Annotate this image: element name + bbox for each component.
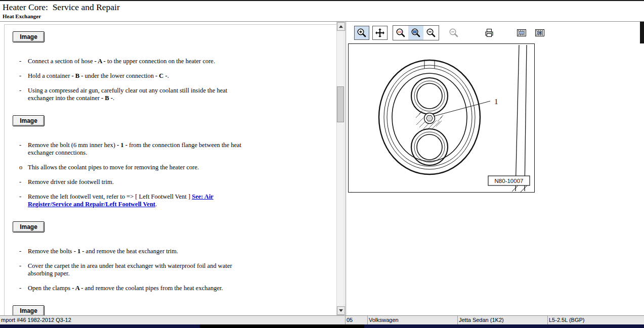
instruction-item: oThis allows the coolant pipes to move f… bbox=[13, 164, 336, 171]
instruction-text: Remove driver side footwell trim. bbox=[28, 178, 250, 186]
document-content: Image-Connect a section of hose - A - to… bbox=[0, 22, 336, 315]
instruction-text: Cover the carpet the in area under heat … bbox=[28, 262, 250, 277]
scroll-down-arrow-icon bbox=[339, 309, 343, 312]
printer-icon bbox=[484, 27, 495, 38]
instruction-item: -Open the clamps - A - and remove the co… bbox=[13, 285, 336, 292]
bullet-marker: - bbox=[19, 142, 28, 157]
bullet-marker: o bbox=[19, 164, 28, 171]
pane-divider bbox=[346, 22, 346, 315]
emphasis-text: - A - bbox=[72, 285, 83, 292]
emphasis-text: - 1 - bbox=[74, 248, 84, 255]
text-segment: . bbox=[113, 95, 114, 102]
zoom-in-button[interactable] bbox=[354, 26, 369, 40]
bullet-marker: - bbox=[19, 262, 28, 277]
instruction-item: -Remove the bolts - 1 - and remove the h… bbox=[13, 248, 336, 255]
figure-container[interactable]: 1 N80-10007 bbox=[348, 43, 535, 193]
text-segment: Open the clamps bbox=[28, 285, 72, 292]
page-title: Heater Core: Service and Repair bbox=[3, 2, 120, 13]
image-button[interactable]: Image bbox=[13, 305, 45, 315]
scrollbar-thumb[interactable] bbox=[337, 86, 344, 122]
text-segment: Remove driver side footwell trim. bbox=[28, 178, 114, 185]
instruction-item: -Remove driver side footwell trim. bbox=[13, 178, 336, 186]
zoom-out-icon bbox=[425, 27, 437, 38]
text-segment: Remove the left footwell vent, refer to … bbox=[28, 193, 192, 200]
page-header: Heater Core: Service and Repair Heat Exc… bbox=[0, 1, 644, 22]
emphasis-text: - B - bbox=[101, 95, 113, 102]
zoom-100-icon: 100 bbox=[395, 27, 406, 38]
document-section: Image-Remove the bolts - 1 - and remove … bbox=[13, 221, 336, 292]
bullet-marker: - bbox=[19, 87, 28, 102]
previous-image-button[interactable] bbox=[514, 26, 529, 40]
print-image-button[interactable] bbox=[482, 26, 497, 40]
instruction-item: -Cover the carpet the in area under heat… bbox=[13, 262, 336, 277]
emphasis-text: - B - bbox=[71, 72, 83, 79]
instruction-text: Remove the left footwell vent, refer to … bbox=[28, 193, 250, 208]
text-segment: Hold a container bbox=[28, 72, 71, 79]
status-bar: mport #46 1982-2012 Q3-12 05 Volkswagen … bbox=[0, 315, 644, 324]
next-image-button[interactable] bbox=[532, 26, 547, 40]
document-pane: Image-Connect a section of hose - A - to… bbox=[0, 22, 336, 315]
document-section: Image-Connect a section of hose - A - to… bbox=[13, 31, 336, 102]
status-make: Volkswagen bbox=[368, 316, 458, 324]
svg-text:100: 100 bbox=[397, 30, 402, 33]
instruction-text: Connect a section of hose - A - to the u… bbox=[28, 58, 250, 65]
text-segment: under the lower connection bbox=[83, 72, 155, 79]
zoom-out-button[interactable] bbox=[423, 26, 439, 40]
emphasis-text: - C - bbox=[155, 72, 167, 79]
image-toolbar: 100 bbox=[348, 22, 644, 43]
previous-image-icon bbox=[516, 27, 527, 38]
text-segment: and remove the heat exchanger trim. bbox=[84, 248, 178, 255]
document-scrollbar[interactable] bbox=[336, 22, 345, 315]
zoom-previous-icon bbox=[448, 27, 459, 38]
status-code: 05 bbox=[346, 316, 368, 324]
status-engine: L5-2.5L (BGP) bbox=[548, 316, 644, 324]
pan-icon bbox=[374, 27, 385, 38]
image-button[interactable]: Image bbox=[13, 31, 45, 42]
next-image-icon bbox=[534, 27, 545, 38]
zoom-previous-button[interactable] bbox=[446, 26, 461, 40]
image-button[interactable]: Image bbox=[13, 221, 45, 232]
instruction-text: Using a compressed air gun, carefully cl… bbox=[28, 87, 250, 102]
page-subtitle: Heat Exchanger bbox=[3, 13, 41, 19]
text-segment: This allows the coolant pipes to move fo… bbox=[28, 164, 199, 171]
bullet-marker: - bbox=[19, 285, 28, 292]
instruction-text: Remove the bolts - 1 - and remove the he… bbox=[28, 248, 250, 255]
zoom-mode-group: 100 bbox=[393, 25, 439, 40]
scroll-up-button[interactable] bbox=[337, 22, 345, 31]
scroll-down-button[interactable] bbox=[337, 306, 345, 315]
text-segment: Connect a section of hose bbox=[28, 58, 95, 65]
instruction-text: This allows the coolant pipes to move fo… bbox=[28, 164, 250, 171]
document-section: Image bbox=[13, 305, 336, 315]
zoom-100-button[interactable]: 100 bbox=[393, 26, 408, 40]
bullet-marker: - bbox=[19, 193, 28, 208]
text-segment: Using a compressed air gun, carefully cl… bbox=[28, 87, 227, 102]
zoom-window-icon bbox=[410, 27, 421, 38]
document-section: Image-Remove the bolt (6 mm inner hex) -… bbox=[13, 115, 336, 208]
zoom-window-button[interactable] bbox=[408, 26, 423, 40]
pan-button[interactable] bbox=[372, 26, 388, 40]
text-segment: Cover the carpet the in area under heat … bbox=[28, 262, 232, 277]
image-button[interactable]: Image bbox=[13, 115, 45, 126]
instruction-text: Open the clamps - A - and remove the coo… bbox=[28, 285, 250, 292]
text-segment: . bbox=[155, 201, 157, 208]
status-import-info: mport #46 1982-2012 Q3-12 bbox=[0, 316, 346, 324]
taskbar-strip bbox=[0, 324, 644, 328]
bullet-marker: - bbox=[19, 58, 28, 65]
instruction-text: Hold a container - B - under the lower c… bbox=[28, 72, 250, 80]
instruction-item: -Remove the left footwell vent, refer to… bbox=[13, 193, 336, 208]
text-segment: . bbox=[167, 72, 169, 79]
toolbar-end-cap bbox=[640, 22, 644, 43]
figure-part-number: N80-10007 bbox=[495, 178, 524, 184]
instruction-item: -Connect a section of hose - A - to the … bbox=[13, 58, 336, 65]
emphasis-text: - A - bbox=[95, 58, 106, 65]
taskbar-strip-dark-segment bbox=[200, 324, 364, 328]
bullet-marker: - bbox=[19, 248, 28, 255]
instruction-item: -Remove the bolt (6 mm inner hex) - 1 - … bbox=[13, 142, 336, 157]
scroll-up-arrow-icon bbox=[339, 25, 343, 28]
image-pane: 100 bbox=[348, 22, 644, 315]
callout-1-label: 1 bbox=[494, 98, 498, 106]
text-segment: Remove the bolt (6 mm inner hex) bbox=[28, 142, 117, 149]
app-window: Heater Core: Service and Repair Heat Exc… bbox=[0, 0, 644, 328]
zoom-in-icon bbox=[356, 27, 367, 38]
instruction-text: Remove the bolt (6 mm inner hex) - 1 - f… bbox=[28, 142, 250, 157]
